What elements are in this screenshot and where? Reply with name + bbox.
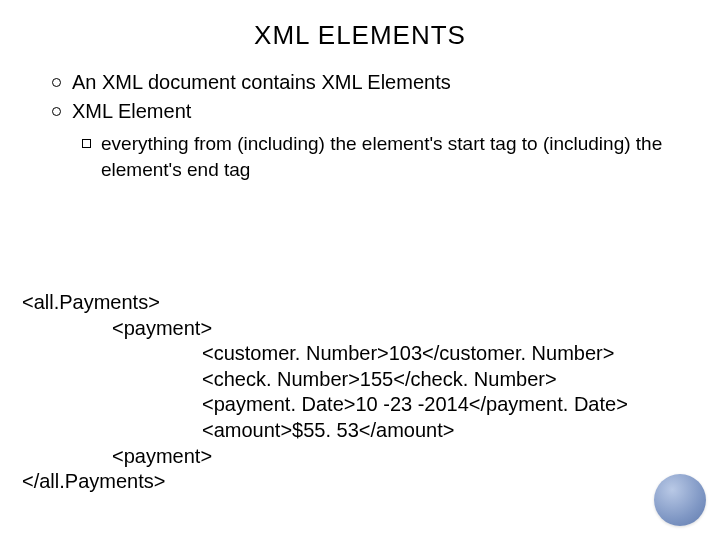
title-part-b: LEMENTS	[336, 20, 466, 50]
code-line: <all.Payments>	[22, 290, 690, 316]
bullet-text: An XML document contains XML Elements	[72, 69, 451, 96]
sub-bullet-text: everything from (including) the element'…	[101, 131, 680, 182]
sub-bullet-item: everything from (including) the element'…	[82, 131, 680, 182]
circle-bullet-icon	[52, 107, 61, 116]
code-line: </all.Payments>	[22, 469, 690, 495]
code-line: <amount>$55. 53</amount>	[22, 418, 690, 444]
code-line: <check. Number>155</check. Number>	[22, 367, 690, 393]
code-line: <payment>	[22, 316, 690, 342]
circle-bullet-icon	[52, 78, 61, 87]
code-line: <payment>	[22, 444, 690, 470]
decorative-sphere-icon	[654, 474, 706, 526]
bullet-item: An XML document contains XML Elements	[52, 69, 680, 96]
bullet-list: An XML document contains XML Elements XM…	[0, 69, 720, 182]
title-part-a: XML E	[254, 20, 336, 50]
square-bullet-icon	[82, 139, 91, 148]
bullet-text: XML Element	[72, 98, 191, 125]
code-line: <customer. Number>103</customer. Number>	[22, 341, 690, 367]
slide-title: XML ELEMENTS	[0, 0, 720, 69]
code-line: <payment. Date>10 -23 -2014</payment. Da…	[22, 392, 690, 418]
xml-code-block: <all.Payments> <payment> <customer. Numb…	[22, 290, 690, 495]
bullet-item: XML Element	[52, 98, 680, 125]
